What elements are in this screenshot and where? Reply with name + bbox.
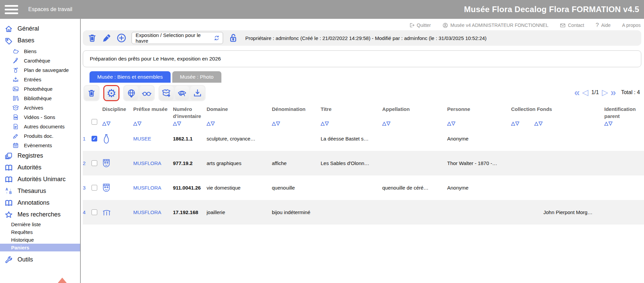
sidebar-item-entrees[interactable]: Entrées bbox=[0, 75, 80, 84]
row-number-link[interactable]: 4 bbox=[83, 200, 92, 225]
row-checkbox[interactable]: ✓ bbox=[92, 136, 97, 142]
sidebar-item-general[interactable]: Général bbox=[0, 23, 80, 35]
table-row[interactable]: 1 ✓ MUSEE 1862.1.1 sculpture, croyance… … bbox=[83, 126, 644, 151]
select-all-checkbox[interactable] bbox=[92, 119, 97, 125]
table-row[interactable]: 3 MUSFLORA 911.0041.26 vie domestique qu… bbox=[83, 175, 644, 200]
prev-page-button[interactable]: ◁ bbox=[582, 88, 588, 96]
sidebar-item-produits-doc[interactable]: Produits doc. bbox=[0, 131, 80, 140]
row-checkbox[interactable] bbox=[92, 209, 97, 215]
row-number-link[interactable]: 2 bbox=[83, 151, 92, 175]
lamp-icon bbox=[12, 48, 19, 54]
horus-button[interactable] bbox=[175, 86, 189, 100]
sort-az-icon: A↓↑B bbox=[4, 188, 13, 195]
sidebar-item-requetes[interactable]: Requêtes bbox=[0, 228, 80, 236]
row-number-link[interactable]: 1 bbox=[83, 126, 92, 151]
sort-prefixe[interactable]: △▽ bbox=[133, 120, 172, 126]
first-page-button[interactable]: « bbox=[574, 87, 580, 97]
sort-appellation[interactable]: △▽ bbox=[382, 120, 446, 126]
next-page-button[interactable]: ▷ bbox=[602, 88, 608, 96]
basket-toolbar: Exposition / Selection pour le havre Pro… bbox=[83, 30, 641, 46]
sort-identification-parent[interactable]: △▽ bbox=[604, 120, 644, 126]
sidebar-item-autorites[interactable]: Autorités bbox=[0, 162, 80, 173]
add-basket-button[interactable] bbox=[116, 33, 127, 43]
page-indicator: 1/1 bbox=[592, 89, 599, 95]
tab-musee-photo[interactable]: Musée : Photo bbox=[172, 71, 221, 83]
sort-numero[interactable]: △▽ bbox=[173, 120, 205, 126]
export-basket-button[interactable] bbox=[159, 86, 174, 100]
exit-icon bbox=[409, 23, 415, 28]
sidebar-item-annotations[interactable]: Annotations bbox=[0, 197, 80, 209]
table-row[interactable]: 4 MUSFLORA 17.192.168 joaillerie bijou i… bbox=[83, 200, 644, 225]
sidebar-item-plan-de-sauvegarde[interactable]: Plan de sauvegarde bbox=[0, 65, 80, 75]
current-user[interactable]: Musée v4 ADMINISTRATEUR FONCTIONNEL bbox=[442, 23, 548, 28]
apropos-button[interactable]: A propos bbox=[622, 23, 641, 28]
refresh-icon[interactable] bbox=[214, 35, 220, 41]
table-row[interactable]: 2 MUSFLORA 977.19.2 arts graphiques affi… bbox=[83, 151, 644, 175]
delete-rows-button[interactable] bbox=[84, 86, 99, 100]
sort-personne[interactable]: △▽ bbox=[447, 120, 510, 126]
sidebar-item-registres[interactable]: Registres bbox=[0, 150, 80, 162]
sidebar-item-archives[interactable]: Archives bbox=[0, 103, 80, 112]
hamburger-menu-icon[interactable] bbox=[5, 5, 18, 14]
last-page-button[interactable]: » bbox=[610, 87, 616, 97]
row-checkbox[interactable] bbox=[92, 160, 97, 166]
sort-fonds[interactable]: △▽ bbox=[534, 120, 543, 126]
lock-button[interactable] bbox=[228, 33, 238, 43]
video-file-icon bbox=[12, 114, 19, 120]
row-checkbox[interactable] bbox=[92, 185, 97, 191]
preview-button[interactable] bbox=[140, 86, 154, 100]
sidebar-item-derniere-liste[interactable]: Dernière liste bbox=[0, 220, 80, 228]
tab-musee-biens-et-ensembles[interactable]: Musée : Biens et ensembles bbox=[90, 71, 171, 83]
sidebar-item-thesaurus[interactable]: A↓↑BThesaurus bbox=[0, 185, 80, 197]
main-content: Quitter Musée v4 ADMINISTRATEUR FONCTION… bbox=[81, 19, 644, 283]
fire-extinguisher-icon bbox=[12, 67, 19, 73]
sidebar-item-outils[interactable]: Outils bbox=[0, 254, 80, 266]
sort-discipline[interactable]: △▽ bbox=[102, 120, 132, 126]
download-button[interactable] bbox=[190, 86, 205, 100]
edit-basket-button[interactable] bbox=[102, 33, 111, 43]
aide-button[interactable]: ?Aide bbox=[596, 22, 611, 29]
row-number-link[interactable]: 3 bbox=[83, 175, 92, 200]
sidebar-item-phototheque[interactable]: Photothèque bbox=[0, 84, 80, 93]
sidebar-item-paniers[interactable]: Paniers bbox=[0, 244, 80, 251]
home-icon bbox=[4, 25, 13, 33]
sidebar-item-bibliotheque[interactable]: Bibliothèque bbox=[0, 93, 80, 103]
open-box-icon bbox=[12, 105, 19, 111]
sort-domaine[interactable]: △▽ bbox=[207, 120, 271, 126]
sort-collection[interactable]: △▽ bbox=[511, 120, 520, 126]
stool-icon bbox=[102, 209, 111, 216]
workspace-label[interactable]: Espaces de travail bbox=[28, 6, 72, 12]
publish-web-button[interactable] bbox=[124, 86, 138, 100]
session-menubar: Quitter Musée v4 ADMINISTRATEUR FONCTION… bbox=[83, 19, 641, 30]
sidebar-item-historique[interactable]: Historique bbox=[0, 236, 80, 244]
envelope-icon bbox=[560, 23, 566, 28]
owner-info: Propriétaire : adminfonc (Créé le : 21/0… bbox=[245, 35, 487, 41]
delete-basket-button[interactable] bbox=[87, 33, 97, 43]
settings-button-highlighted[interactable]: ⚙ bbox=[104, 86, 118, 100]
sidebar-item-autres-documents[interactable]: Autres documents bbox=[0, 122, 80, 131]
sidebar-item-videos-sons[interactable]: Vidéos - Sons bbox=[0, 112, 80, 122]
prefixe-link[interactable]: MUSFLORA bbox=[133, 151, 173, 175]
basket-selector[interactable]: Exposition / Selection pour le havre bbox=[132, 32, 223, 44]
sidebar-item-evenements[interactable]: Evènements bbox=[0, 140, 80, 150]
sort-denomination[interactable]: △▽ bbox=[272, 120, 319, 126]
table-header-row: Discipline△▽ Préfixe musée△▽ Numéro d'in… bbox=[83, 104, 644, 126]
open-book-icon bbox=[4, 164, 13, 172]
grid-toolbar: ⚙ « ◁ 1/1 ▷ » Total : 4 bbox=[83, 83, 641, 102]
sidebar-item-mes-recherches[interactable]: Mes recherches bbox=[0, 209, 80, 220]
sidebar-item-autorites-unimarc[interactable]: Autorités Unimarc bbox=[0, 173, 80, 185]
prefixe-link[interactable]: MUSFLORA bbox=[133, 175, 173, 200]
pagination: « ◁ 1/1 ▷ » Total : 4 bbox=[574, 87, 640, 97]
library-books-icon bbox=[12, 95, 19, 102]
basket-description-input[interactable]: Préparation des prêts pour Le Havre, exp… bbox=[83, 50, 641, 67]
person-icon bbox=[442, 23, 448, 28]
sidebar-item-biens[interactable]: Biens bbox=[0, 46, 80, 56]
red-triangle-marker bbox=[57, 278, 67, 283]
prefixe-link[interactable]: MUSFLORA bbox=[133, 200, 173, 225]
contact-button[interactable]: Contact bbox=[560, 23, 584, 28]
sidebar-item-bases[interactable]: Bases bbox=[0, 35, 80, 46]
sidebar-item-carotheque[interactable]: Carothèque bbox=[0, 56, 80, 65]
sort-titre[interactable]: △▽ bbox=[321, 120, 381, 126]
quitter-button[interactable]: Quitter bbox=[409, 23, 431, 28]
prefixe-link[interactable]: MUSEE bbox=[133, 126, 173, 151]
